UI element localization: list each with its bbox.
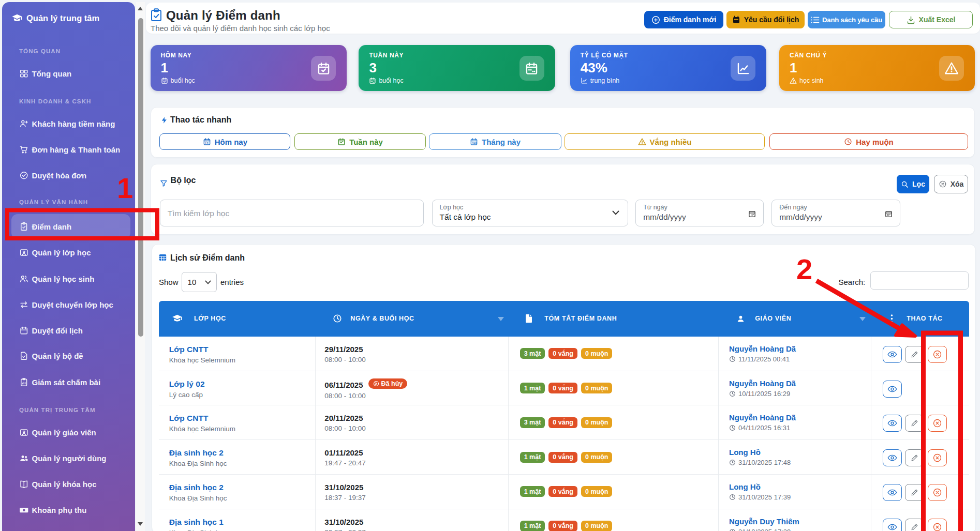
svg-text:Fri: Fri [205, 142, 208, 144]
svg-text:Aug: Aug [472, 142, 477, 144]
